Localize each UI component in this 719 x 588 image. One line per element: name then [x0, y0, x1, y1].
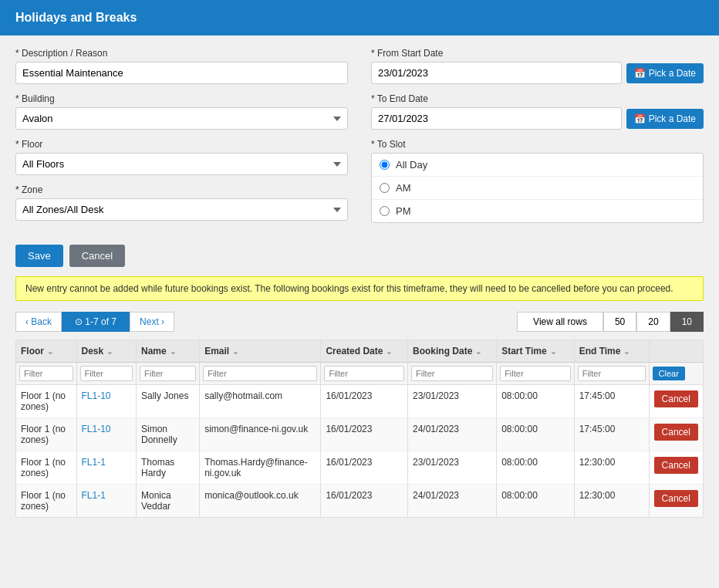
back-button[interactable]: ‹ Back	[15, 312, 62, 332]
slot-pm-radio[interactable]	[380, 206, 390, 216]
filter-created-date-input[interactable]	[324, 366, 404, 381]
cell-name: Thomas Hardy	[137, 451, 200, 485]
cell-desk: FL1-10	[76, 418, 137, 451]
end-time-sort-icon[interactable]: ⌄	[623, 347, 630, 356]
app-container: Holidays and Breaks * Description / Reas…	[0, 0, 719, 588]
filter-start-time-input[interactable]	[500, 366, 571, 381]
slot-allday-radio[interactable]	[380, 160, 390, 170]
from-start-date-label: * From Start Date	[371, 48, 704, 59]
page-header: Holidays and Breaks	[0, 0, 719, 35]
desk-link[interactable]: FL1-10	[82, 390, 111, 401]
cancel-button[interactable]: Cancel	[69, 245, 125, 267]
cell-start-time: 08:00:00	[497, 418, 575, 451]
form-right: * From Start Date 📅 Pick a Date * To End…	[371, 48, 704, 232]
desk-sort-icon[interactable]: ⌄	[106, 347, 113, 356]
booking-date-sort-icon[interactable]: ⌄	[475, 347, 481, 356]
floor-sort-icon[interactable]: ⌄	[47, 347, 53, 356]
calendar-icon: 📅	[634, 68, 646, 79]
save-button[interactable]: Save	[15, 245, 63, 267]
col-action	[649, 340, 703, 363]
cell-end-time: 12:30:00	[574, 451, 649, 485]
bookings-table: Floor ⌄ Desk ⌄ Name	[16, 340, 703, 517]
cell-end-time: 17:45:00	[574, 418, 649, 451]
clear-filters-button[interactable]: Clear	[653, 367, 685, 380]
cell-floor: Floor 1 (no zones)	[16, 385, 76, 418]
col-booking-date: Booking Date ⌄	[407, 340, 496, 363]
col-floor: Floor ⌄	[16, 340, 76, 363]
from-start-date-input[interactable]	[371, 62, 622, 84]
to-slot-group: * To Slot All Day AM PM	[371, 139, 704, 223]
cell-end-time: 12:30:00	[574, 485, 649, 518]
cancel-booking-button[interactable]: Cancel	[654, 424, 698, 441]
slot-am-option[interactable]: AM	[372, 177, 703, 200]
filter-booking-date-cell	[407, 363, 496, 385]
filter-end-time-input[interactable]	[578, 366, 646, 381]
cell-booking-date: 23/01/2023	[407, 385, 496, 418]
filter-created-date-cell	[321, 363, 408, 385]
filter-start-time-cell	[497, 363, 575, 385]
to-end-date-row: 📅 Pick a Date	[371, 107, 704, 130]
filter-clear-cell: Clear	[649, 363, 703, 385]
filter-floor-cell	[16, 363, 76, 385]
filter-booking-date-input[interactable]	[411, 366, 493, 381]
zone-group: * Zone All Zones/All Desk	[15, 184, 348, 221]
slot-allday-label: All Day	[396, 159, 427, 171]
created-date-sort-icon[interactable]: ⌄	[386, 347, 392, 356]
filter-name-cell	[137, 363, 200, 385]
cell-floor: Floor 1 (no zones)	[16, 418, 76, 451]
floor-label: * Floor	[15, 139, 348, 150]
filter-floor-input[interactable]	[19, 366, 73, 381]
warning-box: New entry cannot be added while future b…	[15, 276, 704, 301]
cell-booking-date: 24/01/2023	[407, 418, 496, 451]
description-input[interactable]	[15, 62, 348, 84]
floor-select[interactable]: All Floors	[15, 153, 348, 175]
cancel-booking-button[interactable]: Cancel	[654, 490, 698, 507]
view-all-button[interactable]: View all rows	[517, 312, 603, 332]
cell-email: sally@hotmail.com	[200, 385, 321, 418]
perpage-20-button[interactable]: 20	[636, 312, 670, 332]
pick-end-date-button[interactable]: 📅 Pick a Date	[626, 109, 704, 129]
table-row: Floor 1 (no zones) FL1-1 Thomas Hardy Th…	[16, 451, 703, 485]
desk-link[interactable]: FL1-1	[82, 490, 106, 501]
filter-name-input[interactable]	[140, 366, 196, 381]
next-button[interactable]: Next ›	[130, 312, 174, 332]
cell-desk: FL1-1	[76, 451, 137, 485]
slot-allday-option[interactable]: All Day	[372, 154, 703, 177]
calendar-icon-2: 📅	[634, 113, 646, 124]
slot-am-radio[interactable]	[380, 183, 390, 193]
slot-am-label: AM	[396, 182, 411, 194]
form-left: * Description / Reason * Building Avalon…	[15, 48, 348, 232]
cell-created-date: 16/01/2023	[321, 385, 408, 418]
cell-floor: Floor 1 (no zones)	[16, 451, 76, 485]
filter-desk-input[interactable]	[80, 366, 133, 381]
table-row: Floor 1 (no zones) FL1-10 Simon Donnelly…	[16, 418, 703, 451]
cell-desk: FL1-10	[76, 385, 137, 418]
to-slot-label: * To Slot	[371, 139, 704, 150]
slot-pm-label: PM	[396, 205, 411, 217]
cell-end-time: 17:45:00	[574, 385, 649, 418]
cell-start-time: 08:00:00	[497, 385, 575, 418]
button-row: Save Cancel	[15, 245, 704, 267]
perpage-10-button[interactable]: 10	[670, 312, 704, 332]
filter-row: Clear	[16, 363, 703, 385]
to-end-date-input[interactable]	[371, 107, 622, 130]
start-time-sort-icon[interactable]: ⌄	[550, 347, 556, 356]
description-label: * Description / Reason	[15, 48, 348, 59]
page-info-button[interactable]: ⊙ 1-7 of 7	[62, 312, 130, 332]
desk-link[interactable]: FL1-10	[82, 424, 111, 434]
slot-pm-option[interactable]: PM	[372, 200, 703, 222]
desk-link[interactable]: FL1-1	[82, 457, 106, 468]
to-end-date-label: * To End Date	[371, 93, 704, 104]
pick-start-date-button[interactable]: 📅 Pick a Date	[626, 63, 704, 83]
email-sort-icon[interactable]: ⌄	[232, 347, 238, 356]
cancel-booking-button[interactable]: Cancel	[654, 390, 698, 407]
perpage-50-button[interactable]: 50	[603, 312, 636, 332]
zone-select[interactable]: All Zones/All Desk	[15, 198, 348, 221]
building-select[interactable]: Avalon	[15, 107, 348, 130]
cancel-booking-button[interactable]: Cancel	[654, 457, 698, 474]
filter-email-input[interactable]	[203, 366, 317, 381]
pagination-bar: ‹ Back ⊙ 1-7 of 7 Next › View all rows 5…	[15, 312, 704, 332]
cell-email: Thomas.Hardy@finance-ni.gov.uk	[200, 451, 321, 485]
bookings-table-wrapper: Floor ⌄ Desk ⌄ Name	[15, 340, 704, 518]
name-sort-icon[interactable]: ⌄	[170, 347, 176, 356]
